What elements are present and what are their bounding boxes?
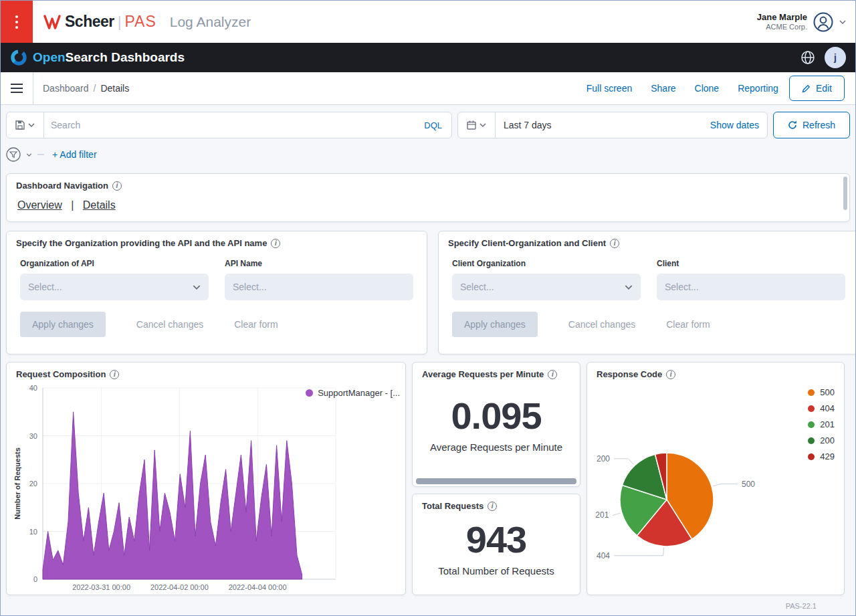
brand-text: OpenSearch Dashboards	[33, 50, 185, 65]
info-icon[interactable]	[610, 239, 619, 248]
legend-dot	[306, 389, 313, 397]
user-info: Jane Marple ACME Corp.	[757, 12, 807, 32]
svg-text:30: 30	[29, 432, 37, 440]
client-panel-buttons: Apply changes Cancel changes Clear form	[439, 300, 855, 337]
area-chart-legend[interactable]: SupportManager - [...	[306, 388, 400, 398]
info-icon[interactable]	[110, 370, 119, 379]
field-label: Client	[657, 259, 845, 268]
chevron-down-icon	[625, 285, 633, 290]
nav-link-details[interactable]: Details	[83, 199, 116, 211]
full-screen-link[interactable]: Full screen	[586, 83, 632, 94]
nav-menu-button[interactable]	[1, 72, 33, 104]
info-icon[interactable]	[112, 181, 122, 191]
cancel-changes-button[interactable]: Cancel changes	[136, 319, 203, 330]
chevron-down-icon	[26, 153, 32, 157]
api-form: Organization of API Select... API Name S…	[7, 248, 427, 300]
area-series[interactable]	[43, 412, 302, 579]
nav-link-overview[interactable]: Overview	[17, 199, 62, 211]
search-input[interactable]	[44, 112, 424, 138]
pie-legend-item[interactable]: 500	[808, 385, 835, 399]
legend-label: 500	[820, 387, 835, 397]
info-icon[interactable]	[488, 502, 497, 511]
osd-user-avatar[interactable]: j	[825, 47, 846, 68]
form-field-org-of-api: Organization of API Select...	[20, 259, 209, 300]
clear-form-button[interactable]: Clear form	[666, 319, 710, 330]
opensearch-brand[interactable]: OpenSearch Dashboards	[10, 49, 185, 66]
legend-label: 201	[820, 419, 835, 429]
refresh-icon	[788, 120, 797, 130]
cancel-changes-button[interactable]: Cancel changes	[568, 319, 635, 330]
date-quick-select-button[interactable]	[458, 112, 496, 138]
edit-button[interactable]: Edit	[789, 76, 845, 101]
query-bar: DQL Last 7 days Show dates	[6, 112, 850, 138]
saved-queries-button[interactable]	[7, 112, 44, 138]
time-range-value[interactable]: Last 7 days	[496, 120, 710, 130]
apply-changes-button[interactable]: Apply changes	[452, 312, 538, 337]
scheer-pas-logo: Scheer | PAS	[43, 13, 156, 31]
pie-legend-item[interactable]: 200	[808, 433, 835, 447]
chevron-down-icon	[479, 123, 486, 127]
svg-text:2022-04-02 00:00: 2022-04-02 00:00	[150, 583, 209, 591]
pie-legend-item[interactable]: 429	[808, 449, 835, 464]
response-code-pie-chart: 200201404500	[587, 363, 845, 596]
svg-text:40: 40	[29, 384, 37, 392]
user-menu[interactable]: Jane Marple ACME Corp.	[757, 11, 846, 33]
breadcrumb-dashboard[interactable]: Dashboard	[43, 83, 89, 94]
refresh-button[interactable]: Refresh	[773, 112, 850, 138]
pie-chart-legend: 500404201200429	[808, 385, 835, 464]
legend-dot	[808, 405, 815, 412]
field-label: Client Organization	[452, 259, 641, 268]
svg-text:10: 10	[29, 528, 37, 536]
calendar-icon	[467, 120, 476, 130]
dashboard-area: DQL Last 7 days Show dates	[1, 105, 855, 615]
pie-legend-item[interactable]: 201	[808, 417, 835, 431]
clone-link[interactable]: Clone	[695, 83, 720, 94]
panel-horizontal-scrollbar[interactable]	[416, 478, 576, 484]
legend-label: 200	[820, 435, 835, 445]
form-field-client: Client Select...	[657, 259, 845, 300]
add-filter-link[interactable]: + Add filter	[52, 149, 97, 160]
search-group: DQL	[6, 112, 452, 138]
svg-text:Number of Requests: Number of Requests	[13, 447, 21, 520]
app-top-bar: Scheer | PAS Log Analyzer Jane Marple AC…	[1, 1, 855, 43]
clear-form-button[interactable]: Clear form	[234, 319, 278, 330]
metrics-column: Average Requests per Minute 0.095 Averag…	[412, 362, 580, 595]
api-name-input[interactable]: Select...	[225, 274, 413, 300]
api-specify-panel: Specify the Organization providing the A…	[6, 231, 427, 354]
client-input[interactable]: Select...	[657, 274, 845, 300]
filter-set-icon[interactable]	[6, 147, 21, 162]
dql-button[interactable]: DQL	[424, 120, 451, 130]
legend-label: SupportManager - [...	[318, 388, 400, 398]
svg-text:0: 0	[33, 575, 37, 583]
pie-callout-label: 500	[742, 480, 755, 489]
app-menu-button[interactable]	[1, 1, 33, 43]
apply-changes-button[interactable]: Apply changes	[20, 312, 106, 337]
pie-callout-label: 404	[597, 551, 610, 560]
client-org-select[interactable]: Select...	[452, 274, 641, 300]
brand-search: Search	[66, 50, 108, 64]
show-dates-link[interactable]: Show dates	[710, 120, 767, 130]
legend-dot	[808, 453, 815, 460]
total-requests-caption: Total Number of Requests	[413, 565, 580, 577]
reporting-link[interactable]: Reporting	[738, 83, 778, 94]
input-placeholder: Select...	[233, 282, 267, 292]
form-field-api-name: API Name Select...	[225, 259, 413, 300]
panel-vertical-scrollbar[interactable]	[843, 177, 847, 210]
org-of-api-select[interactable]: Select...	[20, 274, 209, 300]
info-icon[interactable]	[548, 370, 557, 379]
legend-dot	[808, 437, 815, 444]
filter-divider	[37, 154, 44, 155]
dashboard-navigation-title: Dashboard Navigation	[16, 181, 108, 191]
kebab-menu-icon	[15, 15, 18, 29]
total-requests-title: Total Requests	[422, 501, 484, 511]
pie-legend-item[interactable]: 404	[808, 401, 835, 415]
share-link[interactable]: Share	[651, 83, 675, 94]
nav-link-separator: |	[71, 199, 74, 211]
request-composition-title: Request Composition	[16, 369, 106, 379]
breadcrumb-separator: /	[94, 83, 96, 94]
avg-requests-title: Average Requests per Minute	[422, 369, 544, 379]
user-avatar-icon[interactable]	[813, 11, 834, 33]
info-icon[interactable]	[271, 239, 280, 248]
avg-requests-caption: Average Requests per Minute	[413, 441, 580, 453]
globe-icon[interactable]	[800, 50, 815, 65]
